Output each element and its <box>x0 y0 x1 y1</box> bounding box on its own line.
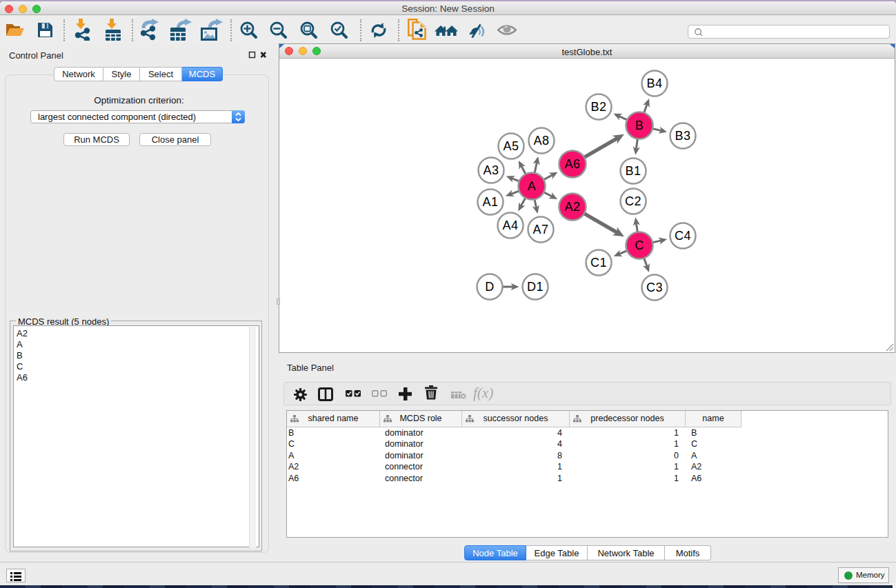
svg-text:A1: A1 <box>483 195 499 209</box>
svg-text:B1: B1 <box>626 164 641 178</box>
svg-text:B: B <box>635 119 644 132</box>
svg-text:A6: A6 <box>565 157 581 171</box>
svg-text:B3: B3 <box>675 129 691 143</box>
svg-text:A3: A3 <box>484 163 499 177</box>
svg-text:A: A <box>528 179 536 193</box>
svg-text:B4: B4 <box>647 77 663 90</box>
svg-text:A5: A5 <box>504 139 519 153</box>
svg-text:B2: B2 <box>591 100 607 114</box>
svg-text:C4: C4 <box>675 229 691 243</box>
svg-text:A7: A7 <box>533 223 549 236</box>
svg-text:A4: A4 <box>503 219 519 232</box>
svg-text:C3: C3 <box>646 281 663 294</box>
svg-text:C: C <box>635 239 644 252</box>
svg-text:C2: C2 <box>625 194 641 208</box>
svg-text:C1: C1 <box>590 256 607 270</box>
svg-text:D1: D1 <box>527 280 544 294</box>
svg-text:A8: A8 <box>534 134 550 148</box>
svg-text:A2: A2 <box>565 200 581 214</box>
svg-text:D: D <box>485 280 494 294</box>
